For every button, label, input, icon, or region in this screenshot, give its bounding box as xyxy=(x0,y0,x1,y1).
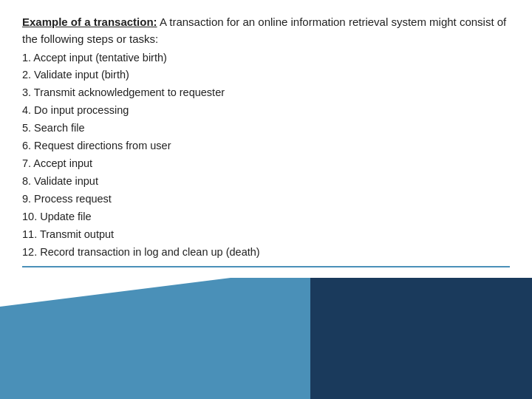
step-item: 12. Record transaction in log and clean … xyxy=(22,244,510,262)
step-item: 5. Search file xyxy=(22,120,510,137)
slide-container: Example of a transaction: A transaction … xyxy=(0,0,532,399)
step-item: 1. Accept input (tentative birth) xyxy=(22,50,510,67)
example-heading: Example of a transaction: A transaction … xyxy=(22,13,510,48)
step-item: 8. Validate input xyxy=(22,173,510,191)
step-item: 3. Transmit acknowledgement to requester xyxy=(22,84,510,102)
example-label: Example of a transaction: xyxy=(22,16,157,28)
step-item: 7. Accept input xyxy=(22,155,510,173)
content-area: Example of a transaction: A transaction … xyxy=(0,0,532,278)
step-item: 10. Update file xyxy=(22,208,510,226)
step-item: 4. Do input processing xyxy=(22,102,510,120)
step-item: 9. Process request xyxy=(22,191,510,208)
blue-wave-left xyxy=(0,262,355,399)
divider-line xyxy=(22,266,510,267)
step-item: 6. Request directions from user xyxy=(22,137,510,155)
blue-bottom-decoration xyxy=(0,262,532,399)
steps-list: 1. Accept input (tentative birth)2. Vali… xyxy=(22,50,510,262)
step-item: 11. Transmit output xyxy=(22,226,510,244)
step-item: 2. Validate input (birth) xyxy=(22,66,510,84)
blue-wave-right xyxy=(310,262,532,399)
